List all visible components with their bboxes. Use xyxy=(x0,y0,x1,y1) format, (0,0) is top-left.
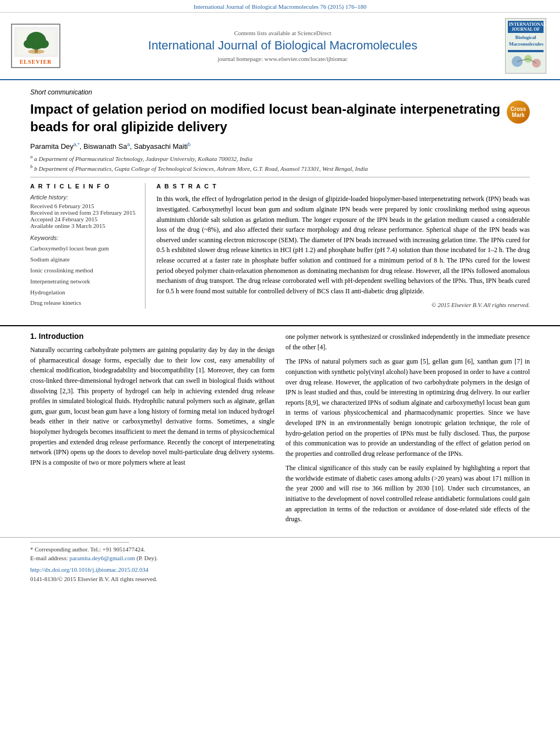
intro-heading: 1. Introduction xyxy=(30,332,275,341)
history-label: Article history: xyxy=(30,194,137,200)
footnote-area: * Corresponding author. Tel.: +91 905147… xyxy=(0,537,560,566)
keyword-3: Ionic crosslinking method xyxy=(30,265,137,276)
accepted-date: Accepted 24 February 2015 xyxy=(30,216,137,222)
biom-logo-title: BiologicalMacromolecules xyxy=(508,33,544,49)
intro-body-right: one polymer network is synthesized or cr… xyxy=(285,332,530,525)
top-bar: International Journal of Biological Macr… xyxy=(0,0,560,13)
svg-point-4 xyxy=(38,40,49,48)
keyword-5: Hydrogelation xyxy=(30,287,137,298)
body-left-col: 1. Introduction Naturally occurring carb… xyxy=(30,332,275,529)
intro-body-left: Naturally occurring carbohydrate polymer… xyxy=(30,345,275,467)
article-title: Impact of gelation period on modified lo… xyxy=(30,101,501,135)
content-area: Short communication Impact of gelation p… xyxy=(0,80,560,317)
email-suffix: (P. Dey). xyxy=(137,555,158,561)
keyword-4: Interpenetrating network xyxy=(30,276,137,287)
journal-title: International Journal of Biological Macr… xyxy=(71,38,494,53)
crossmark-badge: CrossMark xyxy=(507,101,530,124)
doi-link: http://dx.doi.org/10.1016/j.ijbiomac.201… xyxy=(30,566,148,573)
body-content: 1. Introduction Naturally occurring carb… xyxy=(0,326,560,537)
journal-header: ELSEVIER Contents lists available at Sci… xyxy=(0,13,560,80)
corresponding-author: * Corresponding author. Tel.: +91 905147… xyxy=(30,546,530,553)
intro-para-3: The IPNs of natural polymers such as gua… xyxy=(285,356,530,459)
copyright-line: © 2015 Elsevier B.V. All rights reserved… xyxy=(156,302,530,308)
journal-citation: International Journal of Biological Macr… xyxy=(194,3,367,10)
keyword-6: Drug release kinetics xyxy=(30,298,137,309)
footnote-divider-line xyxy=(30,542,129,543)
svg-point-3 xyxy=(24,40,35,48)
affiliations: a a Department of Pharmaceutical Technol… xyxy=(30,154,530,171)
keyword-1: Carboxymethyl locust bean gum xyxy=(30,243,137,254)
divider-1 xyxy=(30,177,530,177)
body-right-col: one polymer network is synthesized or cr… xyxy=(285,332,530,529)
keyword-2: Sodium alginate xyxy=(30,254,137,265)
biom-logo: INTERNATIONAL JOURNAL OF BiologicalMacro… xyxy=(505,18,549,74)
sciencedirect-label: Contents lists available at ScienceDirec… xyxy=(71,30,494,36)
elsevier-logo: ELSEVIER xyxy=(11,24,60,68)
journal-homepage: journal homepage: www.elsevier.com/locat… xyxy=(71,55,494,62)
revised-date: Received in revised form 23 February 201… xyxy=(30,209,137,216)
online-date: Available online 3 March 2015 xyxy=(30,222,137,229)
article-history: Article history: Received 6 February 201… xyxy=(30,194,137,229)
article-title-row: Impact of gelation period on modified lo… xyxy=(30,101,530,135)
keywords-list: Carboxymethyl locust bean gum Sodium alg… xyxy=(30,243,137,309)
elsevier-tree-svg xyxy=(17,30,55,54)
intro-number: 1. xyxy=(30,332,39,341)
abstract-col: A B S T R A C T In this work, the effect… xyxy=(156,183,530,309)
email-line: E-mail address: paramita.dey6@gmail.com … xyxy=(30,555,530,561)
article-type: Short communication xyxy=(30,88,530,96)
biom-logo-graphic xyxy=(509,53,544,70)
biom-logo-top: INTERNATIONAL JOURNAL OF xyxy=(508,21,544,33)
journal-title-section: Contents lists available at ScienceDirec… xyxy=(60,30,505,62)
intro-para-4: The clinical significance of this study … xyxy=(285,463,530,525)
email-address: paramita.dey6@gmail.com xyxy=(69,555,135,561)
affiliation-b: b b Department of Pharmaceutics, Gupta C… xyxy=(30,164,530,172)
keywords-label: Keywords: xyxy=(30,235,137,241)
issn-line: 0141-8130/© 2015 Elsevier B.V. All right… xyxy=(0,576,560,588)
article-info-abstract: A R T I C L E I N F O Article history: R… xyxy=(30,183,530,309)
intro-para-2: one polymer network is synthesized or cr… xyxy=(285,332,530,352)
keywords-block: Keywords: Carboxymethyl locust bean gum … xyxy=(30,235,137,309)
authors-line: Paramita Deya,*, Biswanath Saa, Sabyasac… xyxy=(30,142,530,150)
intro-title: Introduction xyxy=(39,332,84,341)
homepage-label: journal homepage: www.elsevier.com/locat… xyxy=(218,55,348,62)
svg-point-5 xyxy=(28,49,44,54)
abstract-heading: A B S T R A C T xyxy=(156,183,530,189)
article-info-col: A R T I C L E I N F O Article history: R… xyxy=(30,183,145,309)
crossmark-icon: CrossMark xyxy=(507,101,530,124)
affiliation-a: a a Department of Pharmaceutical Technol… xyxy=(30,154,530,162)
article-info-heading: A R T I C L E I N F O xyxy=(30,183,137,189)
email-label: E-mail address: xyxy=(30,555,68,561)
elsevier-text-label: ELSEVIER xyxy=(14,59,57,65)
received-date: Received 6 February 2015 xyxy=(30,203,137,209)
doi-line: http://dx.doi.org/10.1016/j.ijbiomac.201… xyxy=(0,566,560,576)
intro-para-1: Naturally occurring carbohydrate polymer… xyxy=(30,345,275,467)
abstract-text: In this work, the effect of hydrogelatio… xyxy=(156,194,530,296)
